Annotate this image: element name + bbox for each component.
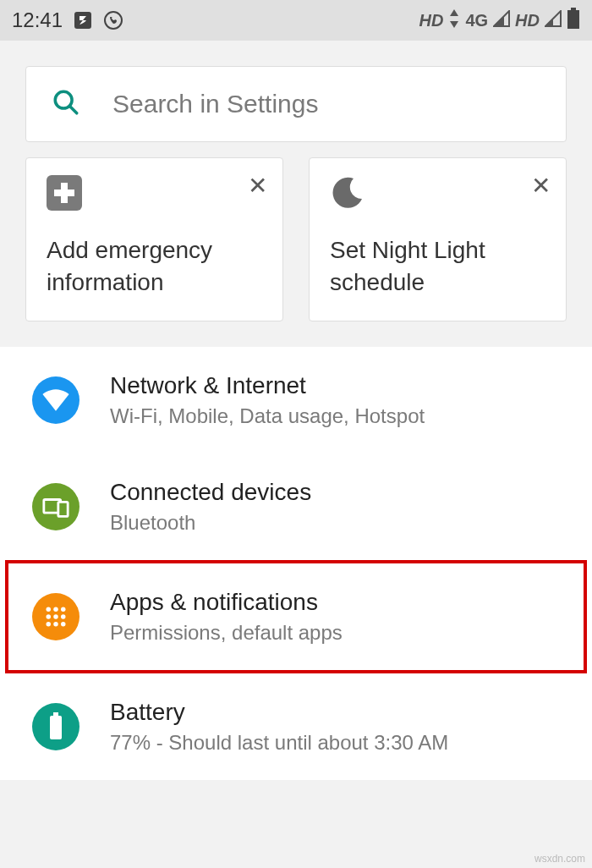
night-light-card[interactable]: ✕ Set Night Light schedule <box>309 157 567 321</box>
svg-point-17 <box>47 622 52 627</box>
svg-point-19 <box>61 622 66 627</box>
setting-battery[interactable]: Battery 77% - Should last until about 3:… <box>0 673 592 780</box>
setting-text: Apps & notifications Permissions, defaul… <box>110 589 563 645</box>
svg-point-15 <box>53 614 58 619</box>
setting-title: Connected devices <box>110 479 572 506</box>
setting-title: Battery <box>110 699 572 726</box>
settings-list: Network & Internet Wi-Fi, Mobile, Data u… <box>0 347 592 780</box>
svg-rect-8 <box>54 190 74 196</box>
highlight-apps: Apps & notifications Permissions, defaul… <box>5 560 587 673</box>
phone-icon <box>103 10 123 30</box>
net-label: 4G <box>465 11 488 30</box>
setting-sub: Wi-Fi, Mobile, Data usage, Hotspot <box>110 404 572 428</box>
svg-point-13 <box>61 607 66 612</box>
emergency-info-card[interactable]: ✕ Add emergency information <box>25 157 283 321</box>
clock-text: 12:41 <box>12 8 63 32</box>
svg-rect-3 <box>567 10 579 29</box>
battery-icon <box>567 8 580 33</box>
setting-connected[interactable]: Connected devices Bluetooth <box>0 453 592 560</box>
apps-icon <box>32 593 79 640</box>
svg-rect-2 <box>571 8 576 10</box>
status-right: HD 4G HD <box>419 8 580 33</box>
setting-text: Connected devices Bluetooth <box>110 479 572 535</box>
search-placeholder: Search in Settings <box>112 90 318 118</box>
signal-icon-2 <box>545 10 562 30</box>
card-title: Add emergency information <box>47 234 262 299</box>
setting-text: Network & Internet Wi-Fi, Mobile, Data u… <box>110 372 572 428</box>
setting-sub: 77% - Should last until about 3:30 AM <box>110 731 572 755</box>
status-left: 12:41 <box>12 8 123 32</box>
setting-network[interactable]: Network & Internet Wi-Fi, Mobile, Data u… <box>0 347 592 453</box>
updown-icon <box>448 9 460 31</box>
search-icon <box>52 88 80 120</box>
setting-title: Apps & notifications <box>110 589 563 616</box>
svg-line-5 <box>69 106 77 113</box>
battery-icon <box>32 703 79 750</box>
app-icon-1 <box>73 10 93 30</box>
devices-icon <box>32 483 79 530</box>
signal-icon-1 <box>493 10 510 30</box>
hd-label-2: HD <box>515 11 540 30</box>
wifi-icon <box>32 376 79 424</box>
close-icon[interactable]: ✕ <box>248 172 267 200</box>
hd-label-1: HD <box>419 11 444 30</box>
svg-point-16 <box>61 614 66 619</box>
card-title: Set Night Light schedule <box>330 234 545 299</box>
close-icon[interactable]: ✕ <box>531 172 551 200</box>
search-area: Search in Settings <box>0 41 592 157</box>
svg-rect-10 <box>58 502 68 516</box>
watermark: wsxdn.com <box>534 853 585 865</box>
suggestion-cards: ✕ Add emergency information ✕ Set Night … <box>0 157 592 347</box>
setting-sub: Bluetooth <box>110 511 572 535</box>
svg-rect-21 <box>50 716 62 739</box>
plus-icon <box>47 175 82 211</box>
status-bar: 12:41 HD 4G HD <box>0 0 592 41</box>
moon-icon <box>330 175 365 211</box>
setting-sub: Permissions, default apps <box>110 621 563 645</box>
svg-point-18 <box>53 622 58 627</box>
setting-title: Network & Internet <box>110 372 572 399</box>
setting-text: Battery 77% - Should last until about 3:… <box>110 699 572 755</box>
svg-point-11 <box>47 607 52 612</box>
setting-apps[interactable]: Apps & notifications Permissions, defaul… <box>8 563 584 670</box>
svg-rect-20 <box>53 712 58 716</box>
search-box[interactable]: Search in Settings <box>25 66 567 142</box>
svg-point-14 <box>47 614 52 619</box>
svg-point-12 <box>53 607 58 612</box>
